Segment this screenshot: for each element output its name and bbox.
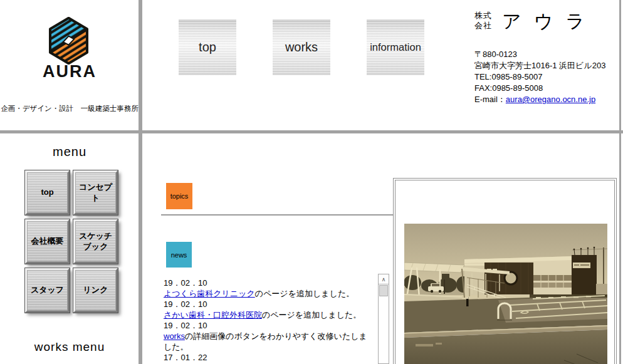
email-row: E-mail：aura@oregano.ocn.ne.jp — [474, 94, 619, 105]
clinic-photo — [404, 224, 607, 364]
sidebar-item-sketchbook[interactable]: スケッチブック — [73, 219, 118, 264]
news-date: 19．02．10 — [164, 278, 375, 288]
news-link[interactable]: works — [164, 331, 185, 341]
sidebar-item-top-label: top — [41, 187, 53, 198]
corp-type: 株式 会社 — [474, 9, 492, 30]
topics-badge: topics — [166, 183, 192, 209]
nav-button-information-label: information — [370, 41, 421, 53]
menu-heading: menu — [0, 145, 139, 159]
news-item: 17．01．22 原田歯科のページを追加しました。 — [164, 352, 375, 364]
news-scrollbar[interactable]: ∧ — [378, 274, 389, 364]
aura-logo-icon — [48, 17, 90, 65]
news-text: worksの詳細画像のボタンをわかりやすく改修いたしました。 — [164, 331, 375, 352]
corp-type-line1: 株式 — [474, 11, 492, 21]
nav-button-works[interactable]: works — [273, 19, 330, 75]
topics-divider — [161, 214, 393, 216]
sidebar-item-concept[interactable]: コンセプト — [73, 170, 118, 215]
nav-button-top[interactable]: top — [179, 19, 236, 75]
sidebar-item-staff-label: スタッフ — [31, 285, 64, 296]
company-info: 株式 会社 アウラ 〒880-0123 宮崎市大字芳士1016-1 浜田ビル20… — [474, 9, 619, 105]
news-list: 19．02．10 よつくら歯科クリニックのページを追加しました。 19．02．1… — [164, 278, 375, 364]
right-edge-divider — [619, 0, 621, 364]
company-tagline: 企画・デザイン・設計 一級建築士事務所 — [0, 104, 139, 113]
news-link[interactable]: さかい歯科・口腔外科医院 — [164, 310, 262, 320]
news-date: 19．02．10 — [164, 299, 375, 309]
sidebar-item-top[interactable]: top — [25, 170, 70, 215]
news-link[interactable]: よつくら歯科クリニック — [164, 289, 255, 298]
sidebar-item-sketchbook-label: スケッチ — [79, 231, 112, 242]
sidebar-item-links[interactable]: リンク — [73, 268, 118, 313]
logo-wordmark: AURA — [0, 62, 139, 81]
company-name: アウラ — [502, 9, 597, 34]
news-item: 19．02．10 worksの詳細画像のボタンをわかりやすく改修いたしました。 — [164, 320, 375, 352]
email-link[interactable]: aura@oregano.ocn.ne.jp — [506, 95, 595, 104]
news-date: 17．01．22 — [164, 352, 375, 363]
sidebar-item-staff[interactable]: スタッフ — [25, 268, 70, 313]
works-menu-heading: works menu — [0, 340, 139, 354]
postal-code: 〒880-0123 — [474, 49, 619, 60]
page: AURA 企画・デザイン・設計 一級建築士事務所 top works infor… — [0, 0, 623, 364]
sidebar-menu-grid: top コンセプト 会社概要 スケッチブック スタッフ リンク — [25, 170, 119, 313]
company-address: 宮崎市大字芳士1016-1 浜田ビル203 — [474, 60, 619, 71]
corp-type-line2: 会社 — [474, 21, 492, 31]
news-badge-label: news — [171, 251, 187, 259]
news-item: 19．02．10 さかい歯科・口腔外科医院のページを追加しました。 — [164, 299, 375, 320]
company-tel: TEL:0985-89-5007 — [474, 71, 619, 83]
nav-button-top-label: top — [199, 40, 216, 55]
nav-button-information[interactable]: information — [367, 19, 424, 75]
sidebar-item-links-label: リンク — [83, 285, 108, 296]
news-date: 19．02．10 — [164, 320, 375, 331]
company-fax: FAX:0985-89-5008 — [474, 83, 619, 94]
news-badge: news — [166, 242, 192, 268]
nav-button-works-label: works — [285, 40, 318, 55]
sidebar-item-company-profile[interactable]: 会社概要 — [25, 219, 70, 264]
email-label: E-mail： — [474, 95, 506, 104]
scrollbar-thumb[interactable] — [379, 285, 388, 296]
news-text: よつくら歯科クリニックのページを追加しました。 — [164, 288, 375, 299]
scrollbar-up-arrow-icon[interactable]: ∧ — [379, 274, 389, 284]
news-item: 19．02．10 よつくら歯科クリニックのページを追加しました。 — [164, 278, 375, 299]
news-text: さかい歯科・口腔外科医院のページを追加しました。 — [164, 309, 375, 320]
sidebar-item-concept-label: コンセプト — [75, 182, 116, 204]
photo-frame — [393, 178, 617, 364]
vertical-divider — [139, 0, 142, 364]
topics-badge-label: topics — [170, 192, 189, 200]
sidebar-item-company-profile-label: 会社概要 — [31, 236, 64, 247]
horizontal-divider — [0, 130, 623, 133]
